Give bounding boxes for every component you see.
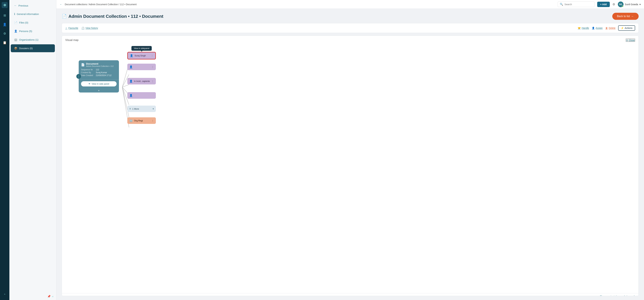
nav-files-label: Files (0) [19,21,28,24]
view-in-sidepanel-tooltip: View in sidepanel [131,46,152,51]
nav-icon-docs[interactable]: 📋 [2,40,8,46]
search-icon: 🔍 [560,3,563,6]
person-menu-2[interactable]: ⋮ [152,66,154,68]
close-visual-map-button[interactable]: ✕ Close [626,39,635,42]
general-info-icon: ℹ [14,13,15,16]
visual-map-container: Visual map ✕ Close [62,36,639,296]
org-name: Org Regi [134,119,150,122]
settings-icon[interactable]: ⚙ [612,3,615,6]
organizations-icon: 🏢 [14,38,18,41]
nav-persons-label: Persons (5) [19,30,32,33]
more-expand-icon: ▾ [153,107,154,110]
document-icon: 📄 [62,14,67,19]
left-nav-footer: 📌 « [10,293,56,300]
nav-icon-settings[interactable]: ⚙ [2,31,8,37]
person-node-highlighted: View in sidepanel 👤 Suraj Singh ⋮ [127,52,156,60]
actions-icon: ⚡ [621,27,624,29]
seq-value: 112 [96,69,99,71]
view-side-panel-button[interactable]: 👁 View in side panel [81,81,116,87]
doc-card-icon: 📄 [81,63,85,67]
main-content: ← Document collections / Admin Document … [56,0,644,300]
org-node-wrapper: 🏢 Org Regi ⋮ ▾ [127,117,156,122]
expand-sidebar-button[interactable]: » [3,292,6,296]
user-area[interactable]: SG Sunil Gowda ▾ [618,2,641,7]
eye-icon: 👁 [88,83,90,85]
handle-icon: 🤝 [578,27,580,29]
person-name-1: Suraj Singh [134,54,150,57]
search-box[interactable]: 🔍 [558,2,594,7]
person-node-highlighted-inner: 👤 Suraj Singh ⋮ [128,52,155,59]
org-menu[interactable]: ⋮ [152,119,154,122]
doc-card-header: ⋮ 📄 Document Admin Document Collection •… [79,60,119,69]
person-menu-3[interactable]: ⋮ [152,80,154,83]
persons-icon: 👤 [14,30,18,33]
nav-previous[interactable]: ← Previous [11,2,55,10]
nav-dossiers-label: Dossiers (0) [19,47,33,50]
nav-organizations[interactable]: 🏢 Organizations (1) [11,36,55,44]
person-menu-1[interactable]: ⋮ [151,54,153,57]
org-node: 🏢 Org Regi ⋮ [127,117,156,124]
change-orientation-button[interactable]: → Change orientation [596,295,620,296]
person-icon-4: 👤 [129,94,133,97]
back-to-list-button[interactable]: Back to list ← [612,13,639,20]
nav-previous-label: Previous [18,4,28,7]
page-area: 📄 Admin Document Collection • 112 • Docu… [56,9,644,300]
user-avatar: SG [618,2,624,7]
collapse-nav-icon[interactable]: « [52,295,54,298]
nav-icon-users[interactable]: 👤 [2,22,8,28]
org-icon: 🏢 [129,119,133,122]
assign-button[interactable]: 👤 Assign [592,27,603,29]
add-button[interactable]: + Add [597,2,610,7]
dossiers-icon: 📦 [14,47,18,50]
person-node-2-wrapper: 👤 ⋮ ▾ [127,64,156,68]
pin-icon[interactable]: 📌 [47,295,51,298]
person-icon-1: 👤 [130,54,133,57]
nav-dossiers[interactable]: 📦 Dossiers (0) [11,44,55,52]
doc-card-body: Sequence Nr 112 Created By Suraj Kumar D… [79,69,119,78]
doc-card-created-by-row: Created By Suraj Kumar [81,71,116,74]
doc-card-collapse-button[interactable]: ▲ [79,88,119,93]
toolbar-left: ☆ Favourite 🕐 View history [65,27,574,29]
nav-general-information[interactable]: ℹ General information [11,10,55,18]
toolbar-right: 🤝 Handle 👤 Assign 🗑 Delete ⚡ Actions [578,25,635,31]
view-history-button[interactable]: 🕐 View history [82,27,98,29]
nav-icon-dashboard[interactable]: ⊞ [2,13,8,19]
nav-organizations-label: Organizations (1) [19,38,38,41]
date-label: Date Created [81,74,94,77]
person-node-2: 👤 ⋮ [127,64,156,70]
assign-icon: 👤 [592,27,595,29]
nav-files[interactable]: 📄 Files (0) [11,19,55,27]
svg-line-5 [122,87,129,117]
online-indicator [622,6,623,7]
search-input[interactable] [564,3,592,6]
toolbar: ☆ Favourite 🕐 View history 🤝 Handle 👤 As… [62,23,639,33]
doc-card-footer: 👁 View in side panel [79,79,119,88]
more-node[interactable]: ≡ 1 More ▾ [127,106,156,112]
legend-button[interactable]: ⊙ Legend [624,295,634,296]
doc-card-menu-button[interactable]: ⋮ [76,74,81,79]
visual-map-bottom-bar: → Change orientation ⊙ Legend [62,293,638,296]
doc-card-title: Document [86,62,114,65]
handle-button[interactable]: 🤝 Handle [578,27,589,29]
favourite-button[interactable]: ☆ Favourite [65,27,78,29]
breadcrumb: Document collections / Admin Document Co… [65,3,136,6]
visual-map-header: Visual map ✕ Close [62,36,638,42]
person-node-4: 👤 [127,92,156,99]
history-icon: 🕐 [82,27,84,29]
person-icon-3: 👤 [129,80,133,83]
date-value: 21/03/2024 17:12 [96,74,112,77]
user-name: Sunil Gowda [625,3,638,6]
back-arrow-icon: ← [631,15,634,18]
actions-button[interactable]: ⚡ Actions [618,25,635,31]
person-node-4-wrapper: 👤 ▾ [127,92,156,97]
nav-persons[interactable]: 👤 Persons (5) [11,27,55,35]
breadcrumb-back-arrow[interactable]: ← [60,3,62,6]
seq-label: Sequence Nr [81,69,94,71]
doc-card: ⋮ 📄 Document Admin Document Collection •… [79,60,119,93]
delete-button[interactable]: 🗑 Delete [606,27,616,29]
person-node-3: 👤 In Incid...sapiente ⋮ [127,78,156,84]
page-title: 📄 Admin Document Collection • 112 • Docu… [62,14,164,19]
app-logo[interactable]: ⊕ [2,2,8,8]
page-header: 📄 Admin Document Collection • 112 • Docu… [62,13,639,20]
close-icon: ✕ [626,39,628,42]
